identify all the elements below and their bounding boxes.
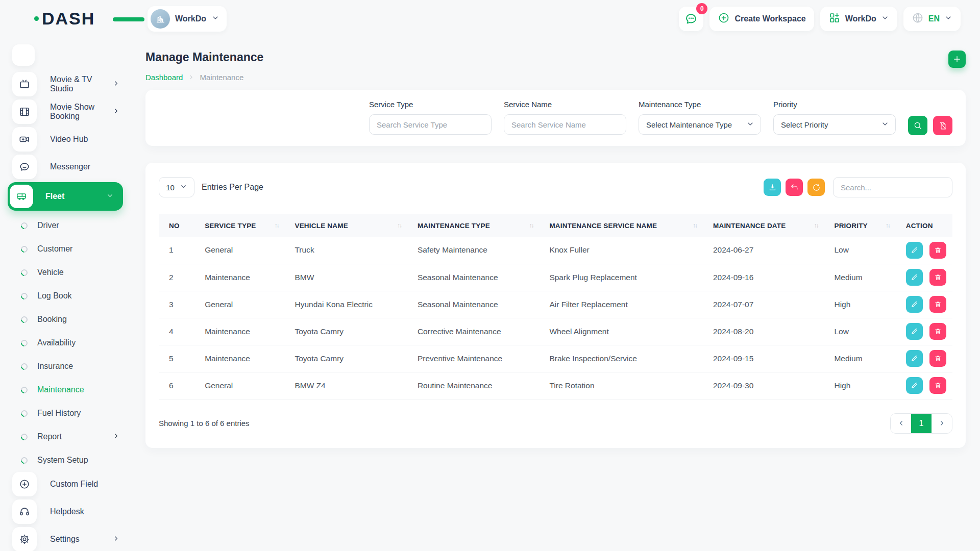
- column-header-maintenance-date[interactable]: MAINTENANCE DATE↑↓: [703, 214, 824, 237]
- bullet-icon: [19, 291, 29, 300]
- pencil-icon: [911, 382, 918, 389]
- cell-action: [896, 372, 952, 399]
- cell-maintenance-type: Corrective Maintenance: [407, 318, 539, 345]
- workspace-switcher[interactable]: WorkDo: [148, 6, 227, 32]
- add-maintenance-button[interactable]: [948, 51, 966, 68]
- sidebar-item-label: Movie & TV Studio: [50, 75, 112, 93]
- delete-button[interactable]: [929, 242, 946, 259]
- fleet-submenu-item-label: Report: [37, 432, 62, 441]
- fleet-submenu-item[interactable]: Maintenance: [0, 378, 131, 402]
- sidebar-item-fleet[interactable]: Fleet: [8, 182, 123, 211]
- fleet-submenu-item[interactable]: Log Book: [0, 284, 131, 308]
- fleet-submenu-item[interactable]: Booking: [0, 308, 131, 331]
- fleet-submenu-item[interactable]: Report: [0, 425, 131, 448]
- cell-maintenance-date: 2024-07-07: [703, 291, 824, 318]
- bullet-icon: [19, 385, 29, 394]
- cell-no: 6: [159, 372, 194, 399]
- column-header-maintenance-type[interactable]: MAINTENANCE TYPE↑↓: [407, 214, 539, 237]
- cell-maintenance-type: Preventive Maintenance: [407, 345, 539, 372]
- chat-button[interactable]: 0: [679, 7, 703, 31]
- fleet-submenu-item[interactable]: System Setup: [0, 448, 131, 472]
- chat-icon: [684, 12, 698, 26]
- sidebar-item-movie-show-booking[interactable]: Movie Show Booking: [12, 99, 127, 124]
- edit-button[interactable]: [906, 269, 923, 286]
- fleet-submenu-item-label: Log Book: [37, 291, 72, 300]
- headset-icon: [12, 499, 37, 524]
- cell-service-type: Maintenance: [194, 264, 284, 291]
- delete-button[interactable]: [929, 296, 946, 313]
- apply-filter-button[interactable]: [908, 116, 927, 135]
- cell-action: [896, 291, 952, 318]
- column-header-priority[interactable]: PRIORITY↑↓: [824, 214, 895, 237]
- sidebar-item-custom-field[interactable]: Custom Field: [12, 472, 127, 496]
- edit-button[interactable]: [906, 323, 923, 340]
- fleet-submenu-item-label: Customer: [37, 244, 72, 254]
- sidebar-item-movie-tv-studio[interactable]: Movie & TV Studio: [12, 72, 127, 96]
- cell-priority: Medium: [824, 345, 895, 372]
- delete-button[interactable]: [929, 323, 946, 340]
- clear-filter-button[interactable]: [933, 116, 952, 135]
- fleet-submenu-item[interactable]: Insurance: [0, 355, 131, 378]
- fleet-submenu-item[interactable]: Availability: [0, 331, 131, 355]
- export-button[interactable]: [764, 179, 781, 196]
- sidebar-collapse-button[interactable]: [12, 44, 35, 66]
- breadcrumb-dashboard-link[interactable]: Dashboard: [145, 73, 183, 82]
- edit-button[interactable]: [906, 296, 923, 313]
- cell-no: 3: [159, 291, 194, 318]
- sidebar-item-helpdesk[interactable]: Helpdesk: [12, 499, 127, 524]
- cell-maintenance-service-name: Wheel Alignment: [539, 318, 703, 345]
- dash-logo: DASH: [34, 9, 131, 29]
- maintenance-type-select[interactable]: Select Maintenance Type: [639, 114, 761, 135]
- cell-priority: Low: [824, 237, 895, 264]
- edit-button[interactable]: [906, 377, 923, 394]
- fleet-submenu-item-label: Booking: [37, 315, 67, 324]
- fleet-submenu-item[interactable]: Vehicle: [0, 261, 131, 284]
- undo-button[interactable]: [786, 179, 803, 196]
- fleet-submenu-item[interactable]: Driver: [0, 214, 131, 237]
- clear-filter-icon: [939, 121, 947, 130]
- edit-button[interactable]: [906, 350, 923, 367]
- language-menu-button[interactable]: EN: [903, 7, 961, 31]
- workdo-menu-button[interactable]: WorkDo: [820, 7, 897, 31]
- service-name-input[interactable]: [504, 114, 626, 135]
- service-type-input[interactable]: [369, 114, 492, 135]
- entries-per-page-select[interactable]: 10: [159, 177, 194, 197]
- sidebar-item-video-hub[interactable]: Video Hub: [12, 127, 127, 152]
- chevron-down-icon: [211, 14, 219, 24]
- priority-select[interactable]: Select Priority: [773, 114, 896, 135]
- search-icon: [913, 121, 922, 130]
- fleet-submenu-item[interactable]: Fuel History: [0, 402, 131, 425]
- table-search-input[interactable]: [833, 177, 952, 197]
- sort-icon: ↑↓: [274, 222, 280, 229]
- cell-vehicle-name: BMW Z4: [284, 372, 407, 399]
- fleet-submenu-item[interactable]: Customer: [0, 237, 131, 261]
- fleet-car-icon: [10, 185, 33, 208]
- edit-button[interactable]: [906, 242, 923, 259]
- cell-maintenance-date: 2024-09-15: [703, 345, 824, 372]
- chevron-left-icon: [897, 419, 905, 427]
- delete-button[interactable]: [929, 269, 946, 286]
- create-workspace-button[interactable]: Create Workspace: [709, 7, 814, 31]
- chevron-right-icon: [112, 432, 120, 442]
- cell-vehicle-name: Toyota Camry: [284, 318, 407, 345]
- cell-priority: High: [824, 291, 895, 318]
- column-header-maintenance-service-name[interactable]: MAINTENANCE SERVICE NAME↑↓: [539, 214, 703, 237]
- page-number-button[interactable]: 1: [911, 413, 932, 434]
- sidebar-item-messenger[interactable]: Messenger: [12, 155, 127, 179]
- cell-maintenance-date: 2024-06-27: [703, 237, 824, 264]
- cell-vehicle-name: Hyundai Kona Electric: [284, 291, 407, 318]
- sort-icon: ↑↓: [886, 222, 892, 229]
- refresh-button[interactable]: [807, 179, 825, 196]
- next-page-button[interactable]: [932, 413, 952, 434]
- previous-page-button[interactable]: [891, 413, 911, 434]
- delete-button[interactable]: [929, 377, 946, 394]
- globe-icon: [912, 12, 924, 26]
- sidebar-item-settings[interactable]: Settings: [12, 527, 127, 551]
- chevron-right-icon: [112, 535, 120, 544]
- sidebar-item-label: Settings: [50, 535, 80, 544]
- language-label: EN: [928, 14, 940, 23]
- column-header-vehicle-name[interactable]: VEHICLE NAME↑↓: [284, 214, 407, 237]
- cell-maintenance-date: 2024-09-30: [703, 372, 824, 399]
- delete-button[interactable]: [929, 350, 946, 367]
- column-header-service-type[interactable]: SERVICE TYPE↑↓: [194, 214, 284, 237]
